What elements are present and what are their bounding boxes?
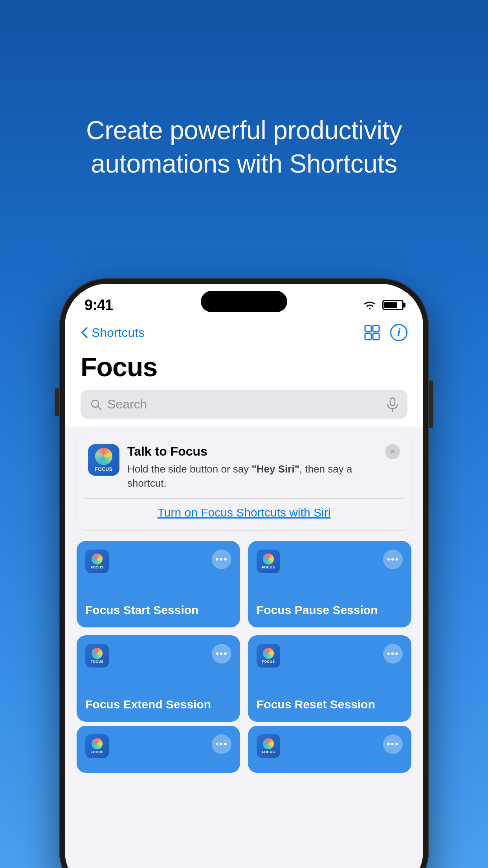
- status-bar: 9:41: [65, 284, 423, 318]
- shortcut-app-icon: FOCUS: [85, 644, 109, 668]
- status-icons: [363, 300, 404, 310]
- shortcut-app-icon-partial: FOCUS: [85, 734, 109, 758]
- page-title-bar: Focus: [65, 348, 423, 390]
- focus-app-icon: FOCUS: [88, 444, 119, 476]
- siri-card-text: Talk to Focus Hold the side button or sa…: [127, 444, 377, 491]
- status-time: 9:41: [84, 297, 113, 314]
- shortcut-name: Focus Pause Session: [257, 603, 403, 617]
- shortcut-menu-button-partial[interactable]: •••: [212, 734, 231, 754]
- search-bar[interactable]: Search: [81, 390, 407, 419]
- shortcut-card-top: FOCUS •••: [257, 644, 403, 668]
- svg-rect-6: [390, 398, 395, 406]
- microphone-icon: [387, 397, 398, 412]
- info-button[interactable]: i: [390, 324, 407, 341]
- shortcut-name: Focus Extend Session: [85, 697, 231, 712]
- grid-view-icon[interactable]: [363, 324, 381, 341]
- siri-promo-card: FOCUS Talk to Focus Hold the side button…: [77, 433, 411, 531]
- shortcut-app-icon-partial2: FOCUS: [257, 734, 280, 758]
- siri-card-title: Talk to Focus: [127, 444, 377, 459]
- wifi-icon: [363, 300, 377, 310]
- shortcuts-grid-bottom: FOCUS ••• FOCUS: [65, 726, 423, 773]
- phone-shell: 9:41: [59, 278, 429, 868]
- info-label: i: [397, 326, 400, 339]
- shortcut-card-start[interactable]: FOCUS ••• Focus Start Session: [77, 541, 240, 627]
- back-label: Shortcuts: [92, 326, 145, 340]
- phone-mockup: 9:41: [59, 278, 429, 868]
- nav-actions: i: [363, 324, 407, 341]
- shortcut-menu-button[interactable]: •••: [212, 644, 231, 664]
- shortcut-app-icon: FOCUS: [85, 550, 109, 573]
- svg-line-5: [98, 406, 101, 410]
- shortcut-menu-button-partial2[interactable]: •••: [383, 734, 403, 754]
- svg-rect-3: [373, 333, 379, 340]
- siri-card-content: FOCUS Talk to Focus Hold the side button…: [88, 444, 400, 491]
- back-button[interactable]: Shortcuts: [81, 326, 145, 340]
- dynamic-island: [201, 291, 287, 312]
- search-placeholder: Search: [107, 397, 382, 412]
- shortcut-menu-button[interactable]: •••: [212, 550, 231, 569]
- shortcut-app-icon: FOCUS: [257, 550, 280, 573]
- siri-card-divider: [85, 498, 403, 499]
- shortcut-card-pause[interactable]: FOCUS ••• Focus Pause Session: [248, 541, 411, 627]
- shortcut-name: Focus Start Session: [85, 603, 231, 617]
- shortcut-menu-button[interactable]: •••: [383, 550, 403, 569]
- svg-rect-0: [365, 326, 371, 332]
- close-siri-card-button[interactable]: ×: [385, 444, 400, 459]
- shortcut-name: Focus Reset Session: [257, 697, 403, 712]
- search-icon: [90, 399, 102, 410]
- nav-bar: Shortcuts i: [65, 318, 423, 348]
- svg-rect-1: [373, 326, 379, 332]
- shortcut-app-icon: FOCUS: [257, 644, 280, 668]
- siri-card-description: Hold the side button or say "Hey Siri", …: [127, 462, 377, 491]
- svg-rect-2: [365, 333, 371, 340]
- page-subtitle: Create powerful productivity automations…: [24, 114, 464, 181]
- shortcut-menu-button[interactable]: •••: [383, 644, 403, 664]
- search-section: Search: [65, 390, 423, 427]
- shortcut-card-partial-right[interactable]: FOCUS •••: [248, 726, 411, 773]
- battery-icon: [382, 300, 404, 310]
- shortcut-card-top: FOCUS •••: [85, 644, 231, 668]
- siri-shortcuts-link[interactable]: Turn on Focus Shortcuts with Siri: [88, 506, 400, 519]
- shortcut-card-reset[interactable]: FOCUS ••• Focus Reset Session: [248, 635, 411, 722]
- battery-fill: [384, 302, 397, 308]
- shortcut-card-top: FOCUS •••: [257, 550, 403, 573]
- page-title: Focus: [81, 351, 407, 382]
- phone-screen: 9:41: [65, 284, 423, 868]
- shortcut-card-extend[interactable]: FOCUS ••• Focus Extend Session: [77, 635, 240, 722]
- shortcuts-grid: FOCUS ••• Focus Start Session: [65, 537, 423, 726]
- shortcut-card-top: FOCUS •••: [85, 550, 231, 573]
- chevron-left-icon: [81, 326, 88, 339]
- shortcut-card-partial-left[interactable]: FOCUS •••: [77, 726, 240, 773]
